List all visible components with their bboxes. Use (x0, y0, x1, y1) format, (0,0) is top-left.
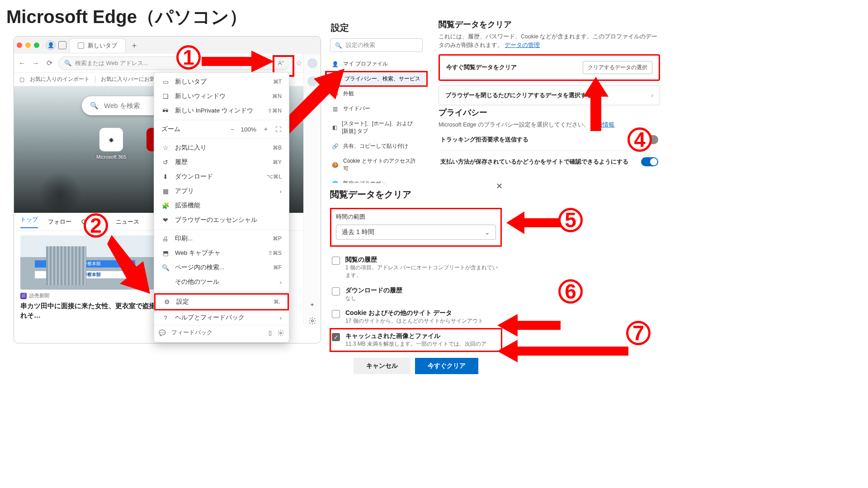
settings-icon: 🔗 (332, 143, 339, 150)
back-button[interactable]: ← (18, 59, 27, 67)
workspaces-icon[interactable] (58, 41, 66, 49)
settings-item[interactable]: 👤マイ プロファイル (326, 56, 427, 71)
feed-tab-news[interactable]: ニュース (116, 218, 139, 226)
menu-item[interactable]: ▦アプリ› (154, 184, 289, 198)
titlebar: 👤 新しいタブ ＋ (14, 37, 321, 54)
feedback-icon[interactable]: 💬 (159, 329, 166, 336)
settings-item[interactable]: 🔒プライバシー、検索、サービス (326, 71, 427, 86)
clear-now-button[interactable]: 今すぐクリア (415, 358, 478, 374)
app-launcher-icon[interactable] (20, 93, 32, 104)
clear-option[interactable]: 閲覧の履歴1 個の項目。アドレス バーにオートコンプリートが含まれています。 (330, 252, 502, 283)
fullscreen-icon[interactable]: ⛶ (275, 126, 282, 133)
clear-on-close-row[interactable]: ブラウザーを閉じるたびにクリアするデータを選択する › (439, 85, 660, 105)
manage-data-link[interactable]: データの管理 (505, 42, 540, 48)
checkbox[interactable] (332, 310, 340, 318)
toolbar: ← → ⟳ 🔍 検索または Web アドレス... A" ☆ ◧ (14, 54, 321, 73)
tab-new[interactable]: 新しいタブ (69, 38, 126, 52)
gear-icon[interactable] (277, 329, 284, 337)
settings-item[interactable]: 🍪Cookie とサイトのアクセス許可 (326, 154, 427, 176)
minimize-icon[interactable] (25, 42, 31, 48)
menu-item[interactable]: ▭新しいタブ⌘T (154, 75, 289, 89)
time-range-label: 時間の範囲 (336, 213, 365, 220)
maximize-icon[interactable] (34, 42, 39, 48)
gear-icon[interactable] (308, 317, 316, 325)
step-6: 6 (558, 279, 583, 304)
clear-option[interactable]: ✓ キャッシュされた画像とファイル11.3 MB 未満を解放します。一部のサイト… (330, 328, 502, 352)
favorite-star-icon[interactable]: ☆ (294, 59, 303, 67)
time-range-select[interactable]: 過去 1 時間 ⌄ (336, 225, 496, 240)
menu-item[interactable]: ↺履歴⌘Y (154, 155, 289, 169)
toggle-on[interactable] (641, 157, 658, 166)
clear-now-row[interactable]: 今すぐ閲覧データをクリア クリアするデータの選択 (439, 54, 660, 81)
zoom-out-button[interactable]: − (231, 126, 235, 133)
chevron-down-icon: ⌄ (485, 229, 490, 236)
page-icon (78, 42, 84, 49)
bing-icon[interactable] (307, 76, 317, 86)
reload-button[interactable]: ⟳ (45, 59, 54, 67)
clear-option[interactable]: ダウンロードの履歴なし (330, 283, 502, 306)
close-icon[interactable]: ✕ (496, 181, 503, 191)
history-icon: ↺ (161, 159, 170, 166)
shortcut: ⌘N (272, 93, 282, 99)
chevron-right-icon: › (280, 314, 282, 321)
settings-item[interactable]: 🔗共有、コピーして貼り付け (326, 139, 427, 154)
profile-avatar[interactable]: 👤 (46, 40, 56, 50)
feed-tab-chatgpt[interactable]: ChatGPT (81, 218, 106, 225)
choose-data-button[interactable]: クリアするデータの選択 (583, 61, 652, 74)
checkbox[interactable]: ✓ (332, 333, 340, 341)
menu-item[interactable]: ⬇ダウンロード⌥⌘L (154, 169, 289, 184)
menu-item[interactable]: 🕶新しい InPrivate ウィンドウ⇧⌘N (154, 103, 289, 118)
import-favorites-icon[interactable]: ▢ (19, 76, 24, 83)
search-icon: 🔍 (335, 42, 342, 49)
search-icon: 🔍 (64, 60, 71, 66)
news-headline: 串カツ田中に面接に来た女性、更衣室で盗撮されそ… (20, 301, 164, 320)
menu-item[interactable]: ⚙設定⌘, (154, 293, 289, 310)
zoom-label: ズーム (161, 125, 180, 133)
menu-item[interactable]: 🔍ページ内の検索...⌘F (154, 260, 289, 275)
dnt-toggle-row[interactable]: トラッキング拒否要求を送信する (439, 129, 660, 151)
menu-item[interactable]: ⬒Web キャプチャ⇧⌘S (154, 246, 289, 260)
toggle-off[interactable] (641, 135, 658, 144)
feed-tab-follow[interactable]: フォロー (48, 218, 71, 226)
gear-icon: ⚙ (163, 298, 171, 305)
copilot-icon[interactable] (307, 58, 317, 68)
chevron-right-icon: › (280, 279, 282, 286)
tab-label: 新しいタブ (88, 42, 117, 50)
address-bar[interactable]: 🔍 検索または Web アドレス... A" (58, 56, 290, 70)
menu-item[interactable]: 🖨印刷...⌘P (154, 231, 289, 246)
close-icon[interactable] (17, 42, 22, 48)
menu-item[interactable]: ❤ブラウザーのエッセンシャル (154, 213, 289, 227)
print-icon: 🖨 (161, 235, 170, 242)
tab-icon: ▭ (161, 78, 170, 85)
mac-traffic-lights[interactable] (17, 42, 39, 48)
checkbox[interactable] (332, 257, 340, 265)
menu-item[interactable]: ❏新しいウィンドウ⌘N (154, 89, 289, 103)
cancel-button[interactable]: キャンセル (354, 358, 410, 374)
menu-item[interactable]: 🧩拡張機能 (154, 198, 289, 213)
import-favorites-link[interactable]: お気に入りのインポート (30, 75, 90, 83)
clear-option[interactable]: Cookie およびその他のサイト データ17 個のサイトから。ほとんどのサイト… (330, 305, 502, 328)
mobile-icon[interactable]: ▯ (269, 329, 272, 336)
settings-item[interactable]: 🎨外観 (326, 86, 427, 101)
tile-ms365[interactable]: ◆Microsoft 365 (95, 128, 127, 161)
forward-button[interactable]: → (31, 59, 40, 67)
checkbox[interactable] (332, 287, 340, 296)
step-7: 7 (626, 321, 651, 345)
menu-item[interactable]: ☆お気に入り⌘B (154, 141, 289, 155)
find-icon: 🔍 (161, 264, 170, 271)
settings-search[interactable]: 🔍 設定の検索 (330, 38, 423, 52)
menu-item[interactable]: ?ヘルプとフィードバック› (154, 310, 289, 325)
new-tab-button[interactable]: ＋ (128, 40, 140, 51)
outlook-icon[interactable] (307, 94, 317, 104)
read-aloud-icon[interactable]: A" (278, 60, 284, 66)
feed-tab-top[interactable]: トップ (20, 216, 38, 228)
source-logo-icon: 読 (20, 293, 27, 299)
zoom-in-button[interactable]: ＋ (263, 125, 269, 133)
menu-item[interactable]: その他のツール› (154, 275, 289, 289)
settings-icon: 👤 (332, 61, 339, 67)
settings-item[interactable]: ▥サイドバー (326, 101, 427, 116)
settings-item[interactable]: ◧[スタート]、[ホーム]、および [新規] タブ (326, 116, 427, 139)
privacy-more-link[interactable]: 詳細情報 (591, 122, 614, 128)
news-card[interactable]: 愛知県警察本部 愛知県警察本部 読読売新聞 串カツ田中に面接に来た女性、更衣室で… (20, 235, 164, 320)
payments-toggle-row[interactable]: 支払い方法が保存されているかどうかをサイトで確認できるようにする (439, 151, 660, 173)
